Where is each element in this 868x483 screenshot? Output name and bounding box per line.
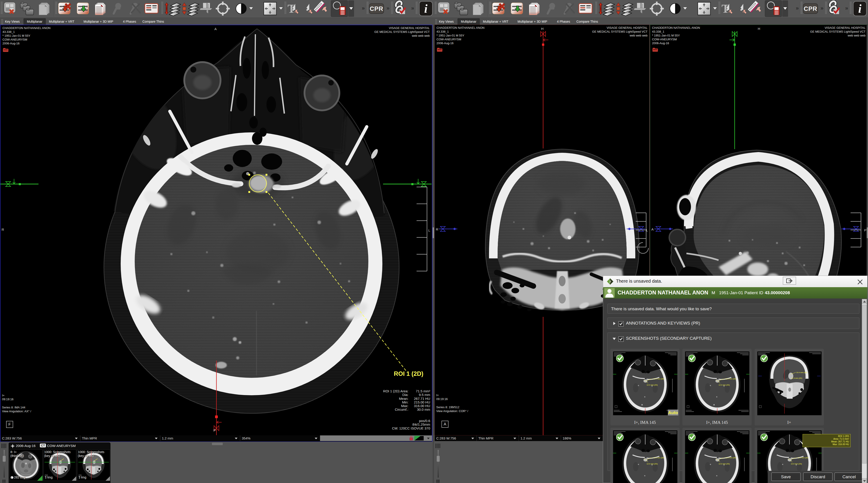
svg-text:»: » [845,5,848,11]
svg-text:CPR: CPR [804,5,817,12]
svg-text:»: » [411,5,414,11]
svg-text:7: 7 [609,280,611,284]
svg-text:i: i [424,2,428,15]
svg-text:»: » [362,5,365,11]
svg-text:»: » [386,5,390,11]
svg-text:CPR: CPR [370,5,383,12]
svg-text:»: » [796,5,799,11]
svg-text:i: i [858,2,862,15]
svg-text:»: » [820,5,824,11]
svg-text:ROI 1 (2D): ROI 1 (2D) [394,370,423,377]
